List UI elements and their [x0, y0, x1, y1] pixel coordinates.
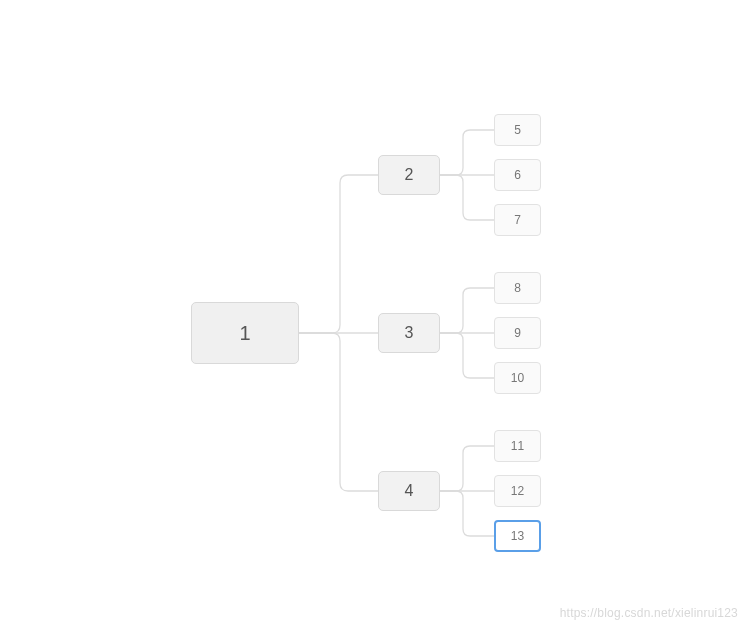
node-label: 7	[514, 213, 521, 227]
tree-node-level2[interactable]: 2	[378, 155, 440, 195]
node-label: 6	[514, 168, 521, 182]
tree-node-level2[interactable]: 4	[378, 471, 440, 511]
tree-node-leaf[interactable]: 11	[494, 430, 541, 462]
node-label: 9	[514, 326, 521, 340]
node-label: 4	[405, 482, 414, 500]
node-label: 2	[405, 166, 414, 184]
tree-node-leaf-selected[interactable]: 13	[494, 520, 541, 552]
node-label: 3	[405, 324, 414, 342]
tree-node-leaf[interactable]: 10	[494, 362, 541, 394]
tree-node-root[interactable]: 1	[191, 302, 299, 364]
tree-node-level2[interactable]: 3	[378, 313, 440, 353]
node-label: 13	[511, 529, 524, 543]
tree-node-leaf[interactable]: 9	[494, 317, 541, 349]
node-label: 8	[514, 281, 521, 295]
tree-node-leaf[interactable]: 7	[494, 204, 541, 236]
node-label: 5	[514, 123, 521, 137]
node-label: 12	[511, 484, 524, 498]
tree-connectors	[0, 0, 752, 630]
node-label: 1	[239, 322, 250, 345]
node-label: 10	[511, 371, 524, 385]
tree-node-leaf[interactable]: 6	[494, 159, 541, 191]
watermark-text: https://blog.csdn.net/xielinrui123	[560, 606, 738, 620]
node-label: 11	[511, 439, 524, 453]
tree-node-leaf[interactable]: 12	[494, 475, 541, 507]
tree-node-leaf[interactable]: 8	[494, 272, 541, 304]
tree-node-leaf[interactable]: 5	[494, 114, 541, 146]
